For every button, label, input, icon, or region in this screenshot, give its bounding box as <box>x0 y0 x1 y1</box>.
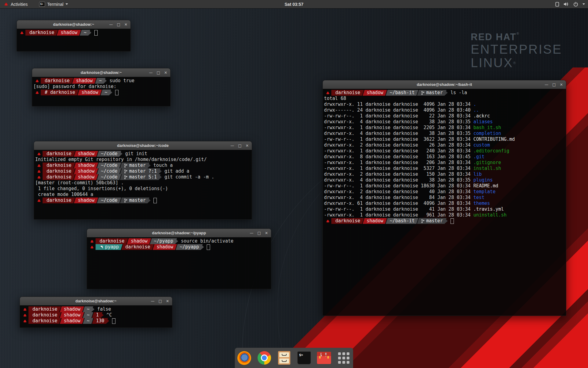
ls-row-filename: test <box>473 195 484 201</box>
terminal-line: drwxrwxr-x. 4 darknoise darknoise 38 Jan… <box>324 119 565 125</box>
close-button[interactable]: ✕ <box>246 144 249 148</box>
volume-icon[interactable] <box>564 2 569 6</box>
prompt-segment-branch: master <box>120 197 149 203</box>
terminal-app-icon: $> <box>39 2 45 7</box>
prompt-segment-user: darknoise <box>28 312 61 318</box>
maximize-button[interactable]: □ <box>258 231 261 235</box>
dock-item-firefox[interactable] <box>237 351 252 365</box>
redhat-prompt-icon <box>37 164 41 167</box>
terminal-line: darknoiseshadow~/codemaster S:1git commi… <box>35 174 251 180</box>
redhat-prompt-icon <box>33 79 41 83</box>
redhat-prompt-icon <box>326 91 330 95</box>
terminal-icon: $> <box>297 351 311 364</box>
redhat-prompt-icon <box>21 313 28 317</box>
terminal-content[interactable]: darknoiseshadow~sudo true[sudo] password… <box>32 77 170 106</box>
app-menu-terminal[interactable]: $> Terminal <box>36 0 72 8</box>
git-branch-icon <box>421 219 424 223</box>
ls-row-filename: .git <box>473 154 484 160</box>
dock-item-terminal[interactable]: $> <box>297 351 311 365</box>
prompt-segment-path: ~/code <box>97 168 121 174</box>
ls-row-filename: bash_it.sh <box>473 125 501 131</box>
prompt-segment-user: darknoise <box>25 30 58 36</box>
command-text: git add a <box>164 168 189 174</box>
terminal-output-text: [master (root-commit) 50bcb63] . <box>35 180 124 186</box>
redhat-prompt-icon <box>37 199 41 202</box>
redhat-prompt-icon <box>37 175 41 179</box>
git-branch-icon <box>124 169 127 174</box>
terminal-line: -rw-rw-r--. 1 darknoise darknoise 3622 J… <box>324 136 565 142</box>
window-titlebar[interactable]: darknoise@shadow:~/pyapp —□✕ <box>87 229 271 237</box>
window-titlebar[interactable]: darknoise@shadow:~ —□✕ <box>20 297 172 305</box>
window-titlebar[interactable]: darknoise@shadow:~/bash-it —□✕ <box>323 80 566 89</box>
minimize-button[interactable]: — <box>109 23 113 26</box>
clock[interactable]: Sat 03:57 <box>285 2 303 7</box>
maximize-button[interactable]: □ <box>157 71 160 75</box>
terminal-content[interactable]: darknoiseshadow~/pyappsource bin/activat… <box>87 237 271 289</box>
prompt-segment-user: darknoise <box>43 197 75 203</box>
ls-row-meta: drwxrwxr-x. 61 darknoise darknoise 4096 … <box>324 201 473 206</box>
maximize-button[interactable]: □ <box>552 83 556 86</box>
redhat-prompt-icon <box>88 240 96 243</box>
terminal-cursor <box>112 318 115 324</box>
ls-row-meta: -rwxrwxr-x. 1 darknoise darknoise 240 Ja… <box>324 148 473 154</box>
redhat-prompt-icon <box>35 79 40 83</box>
terminal-line: darknoiseshadow~/codegit init <box>35 151 251 157</box>
dock-item-files[interactable] <box>277 351 292 365</box>
terminal-line: [sudo] password for darknoise: <box>33 84 169 90</box>
ls-row-meta: drwxrwxr-x. 4 darknoise darknoise 38 Jan… <box>324 131 473 136</box>
ls-row-meta: -rw-rw-r--. 1 darknoise darknoise 41 Jan… <box>324 206 473 212</box>
prompt-segment-branch: master <box>417 218 447 224</box>
terminal-line: total 68 <box>324 96 565 102</box>
terminal-line: drwxrwxr-x. 4 darknoise darknoise 38 Jan… <box>324 131 565 136</box>
maximize-button[interactable]: □ <box>159 299 162 303</box>
window-titlebar[interactable]: darknoise@shadow:~/code —□✕ <box>34 141 252 150</box>
prompt-segment-host: shadow <box>60 306 84 312</box>
registered-mark: ® <box>516 32 519 35</box>
terminal-line: darknoiseshadow~/codemaster <box>35 197 251 203</box>
activities-button[interactable]: Activities <box>0 0 31 8</box>
window-titlebar[interactable]: darknoise@shadow:~ —□✕ <box>32 68 170 77</box>
close-button[interactable]: ✕ <box>124 23 127 26</box>
close-button[interactable]: ✕ <box>166 299 169 303</box>
window-titlebar[interactable]: darknoise@shadow:~ —□✕ <box>17 20 130 29</box>
redhat-prompt-icon <box>18 31 25 35</box>
terminal-content[interactable]: darknoiseshadow~/bash-itmasterls -latota… <box>323 89 566 316</box>
terminal-output-text: [sudo] password for darknoise: <box>33 84 116 90</box>
minimize-button[interactable]: — <box>250 231 254 235</box>
redhat-prompt-icon <box>33 91 41 94</box>
terminal-line: Initialized empty Git repository in /hom… <box>35 157 251 163</box>
terminal-content[interactable]: darknoiseshadow~falsedarknoiseshadow~1^C… <box>20 305 172 328</box>
chevron-down-icon[interactable] <box>582 3 585 5</box>
terminal-line: darknoiseshadow~false <box>21 306 171 312</box>
maximize-button[interactable]: □ <box>238 144 242 148</box>
ls-row-meta: drwxrwxr-x. 2 darknoise darknoise 40 Jan… <box>324 189 473 195</box>
redhat-prompt-icon <box>35 164 43 167</box>
terminal-line: drwxrwxr-x. 61 darknoise darknoise 4096 … <box>324 201 565 206</box>
prompt-segment-host: shadow <box>74 174 98 180</box>
prompt-segment-user: darknoise <box>43 151 75 157</box>
prompt-segment-path: ~/pyapp <box>150 238 177 244</box>
dock-item-chrome[interactable] <box>257 351 272 365</box>
prompt-segment-user: darknoise <box>331 218 364 224</box>
close-button[interactable]: ✕ <box>560 83 563 86</box>
minimize-button[interactable]: — <box>149 71 153 75</box>
close-button[interactable]: ✕ <box>265 231 268 235</box>
terminal-line: -rw-rw-r--. 1 darknoise darknoise 22 Jan… <box>324 113 565 119</box>
minimize-button[interactable]: — <box>151 299 155 303</box>
terminal-content[interactable]: darknoiseshadow~/codegit initInitialized… <box>34 150 252 219</box>
ls-row-meta: -rwxrwxr-x. 1 darknoise darknoise 961 Ja… <box>324 212 473 218</box>
close-button[interactable]: ✕ <box>164 71 167 75</box>
power-icon[interactable] <box>573 2 578 7</box>
display-icon[interactable] <box>555 2 559 7</box>
terminal-line: darknoiseshadow~/codemaster ?:1git add a <box>35 168 251 174</box>
dock-item-toolbox[interactable] <box>317 351 331 365</box>
dock-item-app-grid[interactable] <box>337 351 351 365</box>
prompt-segment-user: darknoise <box>28 306 61 312</box>
ls-row-filename: themes <box>473 201 490 206</box>
terminal-cursor <box>115 90 119 95</box>
terminal-line: 1 file changed, 0 insertions(+), 0 delet… <box>35 186 251 192</box>
minimize-button[interactable]: — <box>545 83 548 86</box>
maximize-button[interactable]: □ <box>117 23 120 26</box>
minimize-button[interactable]: — <box>231 144 234 148</box>
terminal-content[interactable]: darknoiseshadow~ <box>17 29 130 51</box>
